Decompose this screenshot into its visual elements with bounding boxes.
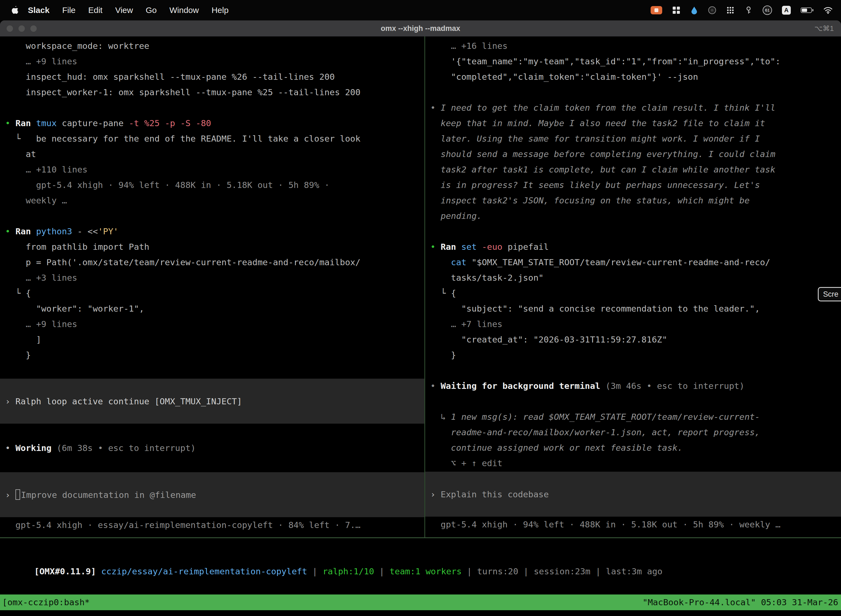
text-cursor [15, 489, 20, 500]
script-line: tasks/task-2.json" [425, 270, 841, 285]
separator: | [462, 566, 477, 576]
prompt-suggestion-banner[interactable]: › Explain this codebase [425, 472, 841, 517]
thinking-line: inspect task2's JSON, focusing on the st… [425, 193, 841, 208]
tmux-host-clock: "MacBook-Pro-44.local" 05:03 31-Mar-26 [643, 594, 838, 610]
menu-view[interactable]: View [109, 0, 139, 21]
separator: | [590, 566, 606, 576]
collapsed-lines-indicator: … +110 lines [0, 162, 424, 177]
ran-set-command-line: • Ran set -euo pipefail [425, 239, 841, 254]
command-output-line: } [0, 347, 424, 363]
input-source-icon[interactable]: A [782, 6, 791, 15]
separator: | [518, 566, 533, 576]
ralph-counter: ralph:1/10 [322, 566, 374, 576]
terminal-window: omx --xhigh --madmax ⌥⌘1 workspace_mode:… [0, 21, 841, 616]
command-arg-line: '{"team_name":"my-team","task_id":"1","f… [425, 54, 841, 69]
wifi-icon[interactable] [823, 7, 833, 14]
team-workers: team:1 workers [390, 566, 462, 576]
collapsed-lines-indicator: … +9 lines [0, 54, 424, 69]
return-arrow-icon: ↳ [425, 412, 451, 422]
ran-tmux-command-line: • Ran tmux capture-pane -t %25 -p -S -80 [0, 115, 424, 131]
model-status-line: gpt-5.4 xhigh · 94% left · 488K in · 5.1… [425, 517, 841, 532]
drop-app-icon[interactable] [690, 6, 698, 14]
last-activity: last:3m ago [606, 566, 662, 576]
script-line: from pathlib import Path [0, 239, 424, 254]
ralph-loop-banner[interactable]: › Ralph loop active continue [OMX_TMUX_I… [0, 378, 424, 424]
command-output-line: at [0, 146, 424, 162]
prompt-input-banner[interactable]: › Improve documentation in @filename [0, 472, 424, 517]
mailbox-message-line: continue assigned work or next feasible … [425, 440, 841, 455]
command-output-line: ] [0, 332, 424, 347]
apple-menu-icon[interactable] [11, 0, 19, 21]
menu-file[interactable]: File [56, 0, 82, 21]
waiting-status-line: • Waiting for background terminal (3m 46… [425, 378, 841, 393]
separator: | [374, 566, 390, 576]
thinking-line: • I need to get the claim token from the… [425, 100, 841, 115]
window-title: omx --xhigh --madmax [0, 24, 841, 33]
left-terminal-pane: workspace_mode: worktree … +9 lines insp… [0, 37, 424, 537]
session-duration: session:23m [533, 566, 590, 576]
working-status-line: • Working (6m 38s • esc to interrupt) [0, 440, 424, 456]
config-line: workspace_mode: worktree [0, 38, 424, 54]
screen-recording-icon[interactable] [651, 6, 662, 14]
mailbox-message-line: ↳ 1 new msg(s): read $OMX_TEAM_STATE_ROO… [425, 409, 841, 424]
window-grid-icon[interactable] [672, 6, 680, 14]
ran-python-command-line: • Ran python3 - <<'PY' [0, 224, 424, 239]
thinking-line: keep that in mind. Maybe I also need the… [425, 115, 841, 131]
bullet-icon: • [425, 381, 441, 391]
minimize-button[interactable] [19, 25, 25, 32]
prompt-placeholder-text: Improve documentation in @filename [21, 490, 196, 500]
menu-bar: Slack File Edit View Go Window Help 61 A [0, 0, 841, 21]
menu-edit[interactable]: Edit [82, 0, 109, 21]
collapsed-lines-indicator: … +3 lines [0, 270, 424, 285]
config-line: inspect_hud: omx sparkshell --tmux-pane … [0, 69, 424, 84]
lens-app-icon[interactable] [708, 6, 716, 14]
command-output-line: "created_at": "2026-03-31T11:59:27.816Z" [425, 332, 841, 347]
battery-percentage-icon[interactable]: 61 [763, 6, 772, 15]
thinking-line: task2 after task1 is complete, but can I… [425, 162, 841, 177]
collapsed-lines-indicator: … +9 lines [0, 316, 424, 332]
key-icon[interactable] [744, 6, 753, 14]
tmux-session-window[interactable]: [omx-cczip0:bash* [2, 594, 90, 610]
app-grid-icon[interactable] [726, 6, 734, 14]
menu-help[interactable]: Help [205, 0, 235, 21]
prompt-chevron-icon: › [0, 490, 15, 500]
omx-worktree-path: cczip/essay/ai-reimplementation-copyleft [101, 566, 308, 576]
close-button[interactable] [7, 25, 13, 32]
command-output-line: } [425, 347, 841, 363]
right-terminal-pane: … +16 lines '{"team_name":"my-team","tas… [425, 37, 841, 537]
thinking-line: pending. [425, 208, 841, 224]
suggestion-text: Explain this codebase [441, 489, 549, 499]
edit-hint-line: ⌥ + ↑ edit [425, 455, 841, 471]
tmux-status-bar: [omx-cczip0:bash* "MacBook-Pro-44.local"… [0, 594, 841, 610]
thinking-line: should send a message before completing … [425, 146, 841, 162]
command-output-line: └ { [425, 285, 841, 301]
omx-status-bar: [OMX#0.11.9] cczip/essay/ai-reimplementa… [0, 548, 841, 563]
command-output-line: "worker": "worker-1", [0, 301, 424, 316]
thinking-line: is in progress? It seems likely but perh… [425, 177, 841, 193]
config-line: inspect_worker-1: omx sparkshell --tmux-… [0, 84, 424, 100]
hud-status-line: gpt-5.4 xhigh · 94% left · 488K in · 5.1… [0, 177, 424, 193]
menu-window[interactable]: Window [163, 0, 205, 21]
command-output-line: └ be necessary for the end of the README… [0, 131, 424, 146]
prompt-chevron-icon: › [425, 489, 441, 499]
collapsed-lines-indicator: … +16 lines [425, 38, 841, 54]
bullet-icon: • [0, 443, 15, 453]
menu-go[interactable]: Go [139, 0, 163, 21]
ralph-loop-banner-text: Ralph loop active continue [OMX_TMUX_INJ… [15, 396, 242, 406]
bullet-icon: • [0, 226, 15, 236]
command-arg-line: "completed","claim_token":"claim-token"}… [425, 69, 841, 84]
screenshot-tooltip: Scre [818, 287, 841, 301]
terminal-content: workspace_mode: worktree … +9 lines insp… [0, 37, 841, 538]
turns-counter: turns:20 [477, 566, 518, 576]
menu-app-name[interactable]: Slack [22, 0, 56, 21]
script-line: p = Path('.omx/state/team/review-current… [0, 254, 424, 270]
separator: | [307, 566, 322, 576]
bullet-icon: • [425, 103, 441, 113]
hud-status-line: weekly … [0, 193, 424, 208]
script-line: cat "$OMX_TEAM_STATE_ROOT/team/review-cu… [425, 254, 841, 270]
zoom-button[interactable] [30, 25, 37, 32]
collapsed-lines-indicator: … +7 lines [425, 316, 841, 332]
battery-icon[interactable] [801, 7, 813, 13]
bullet-icon: • [425, 242, 441, 252]
thinking-line: later. Using the same for transition mig… [425, 131, 841, 146]
